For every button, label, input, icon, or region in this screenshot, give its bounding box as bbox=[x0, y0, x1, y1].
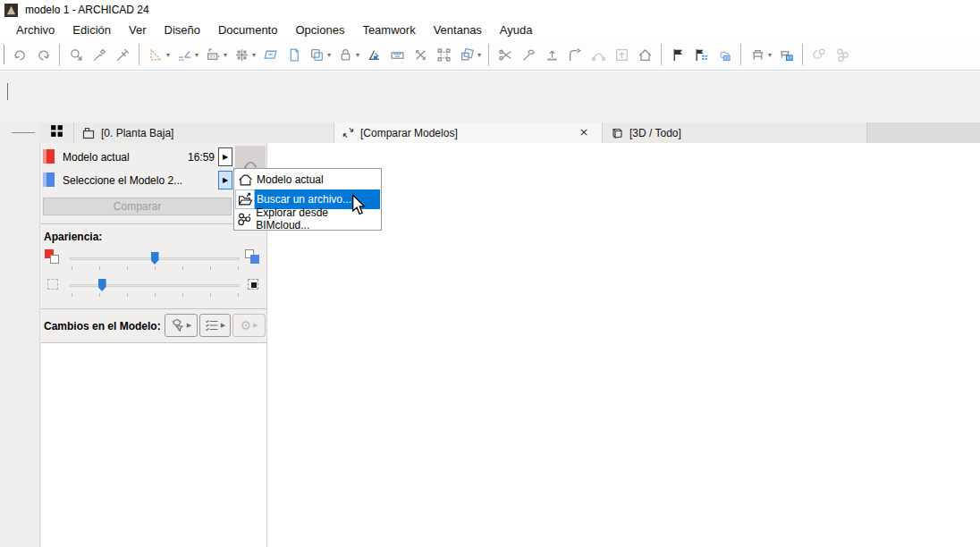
panel-grip-dash[interactable] bbox=[12, 132, 35, 133]
zoom-select-icon[interactable] bbox=[64, 42, 88, 67]
compare-arrows-icon bbox=[342, 126, 355, 139]
snap-guides-dropdown-arrow-icon[interactable]: ▾ bbox=[195, 51, 199, 59]
changes-list-area[interactable] bbox=[41, 342, 266, 547]
redo-icon[interactable] bbox=[31, 42, 55, 67]
toolbar-separator bbox=[802, 44, 803, 65]
tab-3d-todo[interactable]: [3D / Todo] bbox=[603, 122, 867, 143]
pick-parameters-icon[interactable] bbox=[88, 42, 111, 67]
model2-source-arrow-button[interactable]: ▶ bbox=[218, 171, 232, 189]
tab-planta-baja[interactable]: [0. Planta Baja] bbox=[74, 122, 334, 143]
criteria-list-button[interactable]: ▶ bbox=[199, 314, 231, 337]
menu-bar: Archivo Edición Ver Diseño Documento Opc… bbox=[0, 20, 980, 39]
menu-item-modelo-actual[interactable]: Modelo actual bbox=[235, 170, 380, 189]
furniture-icon[interactable] bbox=[746, 42, 769, 67]
tab-bar-empty-space bbox=[867, 122, 980, 143]
menu-archivo[interactable]: Archivo bbox=[7, 21, 63, 38]
menu-opciones[interactable]: Opciones bbox=[286, 21, 353, 38]
connect-a-icon[interactable] bbox=[807, 42, 831, 67]
tab-comparar-modelos[interactable]: [Comparar Modelos] × bbox=[334, 122, 603, 143]
tab-bar: [0. Planta Baja] [Comparar Modelos] × [3… bbox=[0, 122, 980, 143]
guide-lines-dropdown-arrow-icon[interactable]: ▾ bbox=[166, 51, 170, 59]
snap-grid-dropdown-arrow-icon[interactable]: ▾ bbox=[252, 51, 256, 59]
split-icon[interactable] bbox=[494, 42, 517, 67]
lock-icon[interactable] bbox=[334, 42, 357, 67]
standard-toolbar: ▾▾XY▾▾▾▾12▾▾ bbox=[0, 39, 980, 71]
tab-label: [Comparar Modelos] bbox=[360, 127, 458, 139]
toolbar-separator bbox=[59, 44, 60, 65]
unchanged-dim-icon-off bbox=[46, 277, 66, 297]
menu-ventanas[interactable]: Ventanas bbox=[425, 21, 491, 38]
virtual-trace-sheet-icon[interactable] bbox=[282, 42, 305, 67]
snap-grid-icon[interactable] bbox=[230, 42, 253, 67]
model2-label: Seleccione el Modelo 2... bbox=[63, 174, 182, 187]
rotate-icon[interactable] bbox=[455, 42, 478, 67]
coordinates-icon[interactable]: XY bbox=[201, 42, 224, 67]
arc-edit-icon[interactable] bbox=[587, 42, 610, 67]
marquee-dropdown-arrow-icon[interactable]: ▾ bbox=[327, 51, 331, 59]
fillet-icon[interactable] bbox=[563, 42, 587, 67]
cube-3d-icon bbox=[610, 126, 624, 140]
coordinates-dropdown-arrow-icon[interactable]: ▾ bbox=[224, 51, 227, 59]
archicad-logo-icon bbox=[4, 4, 18, 17]
info-box-strip bbox=[0, 72, 980, 122]
undo-icon[interactable] bbox=[8, 42, 31, 67]
home-story-icon[interactable] bbox=[633, 42, 656, 67]
appearance-label: Apariencia: bbox=[44, 231, 102, 243]
slider2-ticks bbox=[72, 293, 239, 297]
resize-icon[interactable] bbox=[610, 42, 633, 67]
group-icon[interactable] bbox=[432, 42, 455, 67]
filter-changes-button[interactable]: ▶ bbox=[165, 314, 198, 337]
inject-parameters-icon[interactable] bbox=[111, 42, 134, 67]
left-gutter bbox=[0, 143, 40, 547]
model1-color-swatch[interactable] bbox=[43, 149, 55, 164]
svg-text:12: 12 bbox=[394, 54, 400, 58]
guide-lines-icon[interactable] bbox=[144, 42, 167, 67]
menu-edicion[interactable]: Edición bbox=[63, 21, 120, 38]
svg-text:XY: XY bbox=[209, 54, 216, 59]
tab-close-icon[interactable]: × bbox=[577, 125, 591, 139]
unchanged-dim-icon-on bbox=[247, 277, 266, 297]
menu-diseno[interactable]: Diseño bbox=[156, 21, 209, 38]
model1-appearance-slider-thumb[interactable] bbox=[151, 252, 159, 265]
menu-ver[interactable]: Ver bbox=[120, 21, 156, 38]
furniture-dropdown-arrow-icon[interactable]: ▾ bbox=[768, 51, 772, 59]
floor-plan-icon bbox=[81, 126, 96, 140]
toolbar-separator bbox=[661, 44, 662, 65]
auto-dimension-icon[interactable] bbox=[362, 42, 385, 67]
menu-documento[interactable]: Documento bbox=[209, 21, 286, 38]
tab-overview-button[interactable] bbox=[40, 122, 74, 143]
unchanged-elements-slider[interactable] bbox=[70, 284, 240, 287]
rotate-dropdown-arrow-icon[interactable]: ▾ bbox=[477, 51, 481, 59]
flag-list-icon[interactable] bbox=[689, 42, 713, 67]
workspace: Modelo actual 16:59 ▶ Seleccione el Mode… bbox=[0, 143, 980, 547]
menu-item-label: Buscar un archivo... bbox=[257, 193, 351, 206]
flag-icon[interactable] bbox=[666, 42, 689, 67]
change-settings-button[interactable]: ⚙ ▶ bbox=[232, 314, 266, 337]
connect-b-icon[interactable] bbox=[831, 42, 854, 67]
toolbar-grip[interactable] bbox=[4, 45, 4, 64]
model2-color-swatch[interactable] bbox=[43, 173, 55, 187]
adjust-icon[interactable] bbox=[540, 42, 563, 67]
comparar-button[interactable]: Comparar bbox=[43, 198, 232, 215]
furniture-schedule-icon[interactable] bbox=[774, 42, 798, 67]
unchanged-elements-slider-thumb[interactable] bbox=[98, 279, 106, 291]
trace-reference-icon[interactable] bbox=[258, 42, 282, 67]
window-title: modelo 1 - ARCHICAD 24 bbox=[25, 4, 149, 16]
stretch-icon[interactable] bbox=[409, 42, 432, 67]
measure-icon[interactable]: 12 bbox=[385, 42, 409, 67]
snap-guides-icon[interactable] bbox=[173, 42, 196, 67]
archicad-window: modelo 1 - ARCHICAD 24 Archivo Edición V… bbox=[0, 0, 980, 547]
menu-ayuda[interactable]: Ayuda bbox=[491, 21, 542, 38]
model1-source-arrow-button[interactable]: ▶ bbox=[218, 147, 232, 166]
bimcloud-icon bbox=[236, 210, 253, 228]
cloud-notes-icon[interactable] bbox=[713, 42, 736, 67]
flyout-arrow-icon: ▶ bbox=[187, 322, 191, 329]
marquee-icon[interactable] bbox=[305, 42, 328, 67]
lock-dropdown-arrow-icon[interactable]: ▾ bbox=[356, 51, 359, 59]
toolbar-separator bbox=[740, 44, 741, 65]
menu-teamwork[interactable]: Teamwork bbox=[353, 21, 424, 38]
browse-file-folder-icon bbox=[236, 190, 254, 208]
toolbar-separator bbox=[488, 44, 489, 65]
current-model-house-icon bbox=[236, 171, 254, 189]
trim-icon[interactable] bbox=[517, 42, 540, 67]
